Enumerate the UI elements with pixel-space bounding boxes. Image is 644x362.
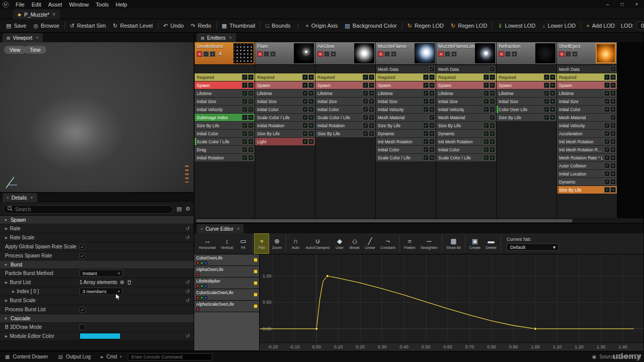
- emitter-render-mode-icon[interactable]: ▪: [512, 51, 517, 57]
- toolbar-thumbnail-button[interactable]: ▦Thumbnail: [218, 21, 259, 31]
- curve-tool-auto-clamped[interactable]: ∪Auto/Clamped: [303, 233, 332, 254]
- module-curve-icon[interactable]: ≈: [550, 99, 555, 104]
- module-dynamic[interactable]: Dynamic✓≈: [376, 130, 436, 137]
- module-curve-icon[interactable]: ≈: [248, 131, 254, 136]
- curve-tool-break[interactable]: ◇Break: [347, 233, 362, 254]
- emitter-header-airglow[interactable]: AirGlow×◦▪: [315, 42, 375, 65]
- module-scale-color-life[interactable]: Scale Color / Life✓≈: [195, 138, 255, 145]
- emitter-thumbnail[interactable]: [415, 43, 435, 63]
- current-tab-dropdown[interactable]: Default ▾: [507, 243, 559, 251]
- module-actor-collision[interactable]: Actor Collision✓≈: [557, 162, 617, 169]
- expand-arrow-icon[interactable]: ▶: [5, 334, 8, 338]
- revert-icon[interactable]: ↺: [182, 289, 194, 294]
- emitter-column-muzzleflamelong[interactable]: MuzzleFlameLong×◦▪Mesh Data✓Required✓≈Sp…: [436, 42, 496, 218]
- module-enabled-checkbox[interactable]: ✓: [423, 139, 429, 144]
- curve-tool-linear[interactable]: ╱Linear: [362, 233, 378, 254]
- module-enabled-checkbox[interactable]: ✓: [490, 66, 495, 72]
- module-curve-icon[interactable]: ≈: [429, 147, 435, 152]
- module-curve-icon[interactable]: ≈: [369, 90, 374, 96]
- module-acceleration[interactable]: Acceleration✓≈: [557, 130, 617, 137]
- curve-track-coloroverlife[interactable]: ColorOverLife: [194, 254, 259, 266]
- module-enabled-checkbox[interactable]: ✓: [544, 74, 549, 80]
- cmd-dropdown-button[interactable]: ▸ Cmd ▾: [96, 351, 127, 362]
- module-initial-color[interactable]: Initial Color✓≈: [436, 146, 496, 153]
- module-curve-icon[interactable]: ≈: [248, 139, 254, 144]
- emitter-render-mode-icon[interactable]: ▪: [451, 51, 457, 57]
- module-lifetime[interactable]: Lifetime✓≈: [436, 89, 496, 97]
- module-enabled-checkbox[interactable]: ✓: [604, 155, 610, 160]
- module-enabled-checkbox[interactable]: ✓: [302, 115, 308, 120]
- module-mesh-material[interactable]: Mesh Material✓: [436, 114, 496, 121]
- module-initial-size[interactable]: Initial Size✓≈: [195, 98, 255, 105]
- channel-chip[interactable]: [200, 261, 203, 264]
- toolbar-restart-sim-button[interactable]: ↺Restart Sim: [66, 21, 110, 31]
- viewport-time-button[interactable]: Time: [24, 46, 46, 54]
- module-enabled-checkbox[interactable]: ✓: [544, 115, 549, 120]
- module-enabled-checkbox[interactable]: ✓: [423, 107, 429, 112]
- module-size-by-life[interactable]: Size By Life✓≈: [497, 114, 556, 121]
- module-lifetime[interactable]: Lifetime✓≈: [557, 89, 617, 97]
- module-enabled-checkbox[interactable]: ✓: [544, 107, 549, 112]
- toolbar-background-color-button[interactable]: ▧Background Color: [341, 21, 400, 31]
- module-initial-velocity[interactable]: Initial Velocity✓≈: [195, 106, 255, 113]
- module-enabled-checkbox[interactable]: ✓: [423, 123, 429, 128]
- module-enabled-checkbox[interactable]: ✓: [302, 107, 308, 112]
- channel-chip[interactable]: [196, 273, 199, 276]
- module-enabled-checkbox[interactable]: ✓: [610, 66, 616, 72]
- checkbox[interactable]: ✓: [79, 307, 86, 313]
- module-spawn[interactable]: Spawn✓≈: [436, 81, 496, 89]
- module-curve-icon[interactable]: ≈: [308, 99, 314, 104]
- emitter-header-flare[interactable]: Flare×◦▪: [255, 42, 315, 65]
- emitters-tab-close-icon[interactable]: ×: [229, 35, 231, 40]
- content-drawer-button[interactable]: ▦ Content Drawer: [0, 351, 53, 362]
- module-curve-icon[interactable]: ≈: [550, 90, 555, 96]
- display-filter-icon[interactable]: ▤: [177, 206, 182, 212]
- module-mesh-rotation-rate-l[interactable]: Mesh Rotation Rate * L✓≈: [557, 154, 617, 161]
- emitter-disable-icon[interactable]: ×: [559, 51, 565, 57]
- module-enabled-checkbox[interactable]: ✓: [363, 115, 368, 120]
- module-curve-icon[interactable]: ≈: [248, 115, 254, 120]
- module-init-mesh-rotation-rate[interactable]: Init Mesh Rotation Rate✓≈: [557, 146, 617, 153]
- module-curve-icon[interactable]: ≈: [490, 123, 495, 128]
- module-curve-icon[interactable]: ≈: [308, 107, 314, 112]
- module-scale-color-life[interactable]: Scale Color / Life✓≈: [436, 154, 496, 161]
- expand-arrow-icon[interactable]: ▶: [5, 236, 8, 240]
- revert-icon[interactable]: ↺: [182, 280, 194, 285]
- toolbar-lowest-lod-button[interactable]: ⇓Lowest LOD: [494, 21, 539, 31]
- module-enabled-checkbox[interactable]: ✓: [604, 163, 610, 168]
- module-curve-icon[interactable]: ≈: [248, 74, 254, 80]
- module-enabled-checkbox[interactable]: ✓: [242, 107, 248, 112]
- toolbar-lower-lod-button[interactable]: ↓Lower LOD: [539, 21, 579, 30]
- module-required[interactable]: Required✓≈: [315, 73, 375, 81]
- emitter-render-mode-icon[interactable]: ▪: [331, 51, 336, 57]
- curve-track-alphaoverlife[interactable]: AlphaOverLife: [194, 266, 259, 278]
- module-scale-color-life[interactable]: Scale Color / Life✓≈: [315, 114, 375, 121]
- module-curve-icon[interactable]: ≈: [490, 82, 495, 88]
- module-mesh-data[interactable]: Mesh Data✓: [376, 65, 436, 73]
- module-curve-icon[interactable]: ≈: [490, 99, 495, 104]
- module-required[interactable]: Required✓≈: [195, 73, 255, 81]
- module-required[interactable]: Required✓≈: [557, 73, 617, 81]
- menu-help[interactable]: Help: [112, 1, 131, 8]
- module-initial-color[interactable]: Initial Color✓≈: [557, 106, 617, 113]
- module-initial-size[interactable]: Initial Size✓≈: [315, 98, 375, 105]
- module-curve-icon[interactable]: ≈: [610, 171, 616, 176]
- revert-icon[interactable]: ↺: [182, 235, 194, 240]
- module-enabled-checkbox[interactable]: ✓: [604, 131, 610, 136]
- module-curve-icon[interactable]: ≈: [308, 131, 314, 136]
- module-curve-icon[interactable]: ≈: [550, 74, 555, 80]
- module-enabled-checkbox[interactable]: ✓: [423, 131, 429, 136]
- module-subimage-index[interactable]: SubImage Index✓≈: [195, 114, 255, 121]
- module-lifetime[interactable]: Lifetime✓≈: [255, 89, 315, 97]
- module-size-by-life[interactable]: Size By Life✓≈: [436, 122, 496, 129]
- emitter-solo-icon[interactable]: ◦: [505, 51, 511, 57]
- module-enabled-checkbox[interactable]: ✓: [242, 74, 248, 80]
- emitter-header-muzzleflame[interactable]: MuzzleFlame×◦▪: [376, 42, 436, 65]
- module-curve-icon[interactable]: ≈: [490, 147, 495, 152]
- module-enabled-checkbox[interactable]: ✓: [363, 107, 368, 112]
- viewport-view-button[interactable]: View: [4, 46, 26, 54]
- details-tab-close-icon[interactable]: ×: [30, 195, 33, 200]
- lod-level-field[interactable]: LOD:0: [618, 22, 644, 30]
- module-enabled-checkbox[interactable]: ✓: [484, 107, 489, 112]
- module-curve-icon[interactable]: ≈: [248, 123, 254, 128]
